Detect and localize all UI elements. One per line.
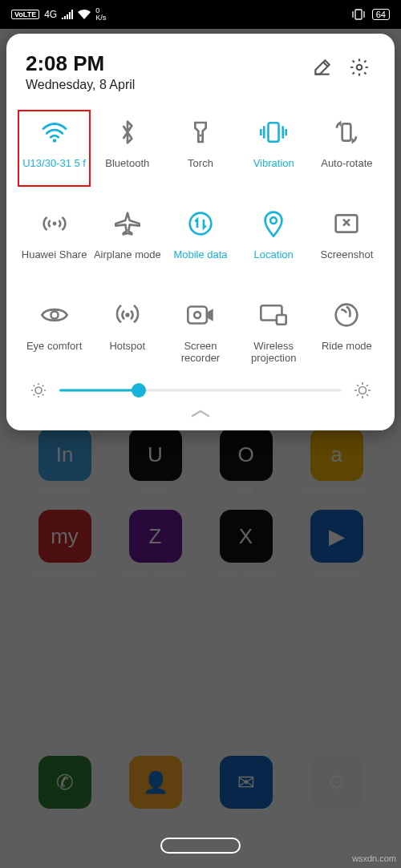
svg-point-6	[52, 222, 56, 226]
signal-bars-icon	[62, 10, 73, 19]
svg-point-3	[199, 134, 201, 136]
tile-label: Hotspot	[109, 341, 145, 365]
bluetooth-icon	[110, 115, 145, 150]
svg-point-17	[35, 387, 42, 394]
tile-projection[interactable]: Wireless projection	[237, 293, 310, 369]
svg-rect-0	[355, 10, 362, 19]
tile-location[interactable]: Location	[237, 201, 310, 278]
tile-label: Auto-rotate	[321, 158, 372, 182]
svg-point-2	[52, 139, 55, 142]
collapse-handle[interactable]	[18, 405, 383, 421]
tile-autorotate[interactable]: Auto-rotate	[310, 110, 383, 187]
tile-label: Mobile data	[173, 249, 227, 273]
svg-point-10	[51, 311, 58, 318]
tile-airplane[interactable]: Airplane mode	[91, 201, 164, 278]
svg-rect-15	[277, 315, 286, 325]
projection-icon	[256, 297, 291, 333]
screenshot-icon	[329, 206, 364, 241]
svg-rect-12	[188, 307, 207, 324]
watermark: wsxdn.com	[352, 854, 396, 863]
svg-point-11	[125, 313, 129, 317]
tile-ridemode[interactable]: Ride mode	[310, 293, 383, 369]
tile-huaweishare[interactable]: Huawei Share	[18, 201, 91, 278]
tile-label: Location	[254, 249, 294, 273]
torch-icon	[183, 115, 218, 150]
tile-eyecomfort[interactable]: Eye comfort	[18, 293, 91, 369]
screenrec-icon	[183, 297, 218, 333]
tile-wifi[interactable]: U13/30-31 5 f	[18, 110, 91, 187]
tile-torch[interactable]: Torch	[164, 110, 237, 187]
tile-mobiledata[interactable]: Mobile data	[164, 201, 237, 278]
svg-rect-4	[269, 123, 279, 142]
mobiledata-icon	[183, 206, 218, 241]
pencil-icon	[312, 57, 333, 78]
quick-settings-panel: 2:08 PM Wednesday, 8 April U13/30-31 5 f…	[6, 34, 395, 430]
network-type: 4G	[44, 9, 57, 20]
brightness-low-icon	[29, 381, 48, 400]
tile-screenshot[interactable]: Screenshot	[310, 201, 383, 278]
status-bar: VoLTE 4G 0K/s 64	[0, 0, 401, 29]
svg-point-1	[357, 65, 363, 71]
tile-label: Wireless projection	[237, 341, 310, 365]
panel-time: 2:08 PM	[26, 51, 302, 76]
location-icon	[256, 206, 291, 241]
edit-button[interactable]	[306, 51, 338, 83]
svg-point-7	[190, 213, 212, 235]
tile-label: Airplane mode	[94, 249, 161, 273]
tile-screenrec[interactable]: Screen recorder	[164, 293, 237, 369]
nav-pill[interactable]	[160, 838, 241, 854]
tile-vibration[interactable]: Vibration	[237, 110, 310, 187]
tile-label: Eye comfort	[26, 341, 82, 365]
brightness-slider[interactable]	[59, 381, 342, 400]
volte-badge: VoLTE	[11, 10, 39, 19]
tile-hotspot[interactable]: Hotspot	[91, 293, 164, 369]
tile-label: Screen recorder	[164, 341, 237, 365]
tile-label: U13/30-31 5 f	[22, 158, 86, 182]
svg-point-18	[359, 387, 367, 394]
tile-label: Torch	[188, 158, 213, 182]
svg-point-8	[270, 217, 277, 224]
brightness-high-icon	[353, 381, 372, 400]
tile-label: Screenshot	[321, 249, 374, 273]
panel-date: Wednesday, 8 April	[26, 78, 302, 92]
gear-icon	[349, 57, 370, 78]
tile-label: Bluetooth	[105, 158, 149, 182]
hotspot-icon	[110, 297, 145, 333]
tile-label: Vibration	[253, 158, 294, 182]
svg-point-13	[194, 312, 200, 318]
autorotate-icon	[329, 115, 364, 150]
airplane-icon	[110, 206, 145, 241]
tile-label: Huawei Share	[22, 249, 87, 273]
data-speed: 0K/s	[95, 7, 106, 22]
chevron-up-icon	[189, 408, 212, 419]
tile-label: Ride mode	[322, 341, 372, 365]
vibration-icon	[256, 115, 291, 150]
settings-button[interactable]	[343, 51, 375, 83]
vibrate-status-icon	[351, 9, 366, 20]
tile-bluetooth[interactable]: Bluetooth	[91, 110, 164, 187]
wifi-status-icon	[78, 10, 91, 19]
ridemode-icon	[329, 297, 364, 333]
wifi-icon	[37, 115, 72, 150]
svg-rect-5	[342, 123, 351, 140]
battery-indicator: 64	[372, 9, 390, 20]
huaweishare-icon	[37, 206, 72, 241]
eyecomfort-icon	[37, 297, 72, 333]
